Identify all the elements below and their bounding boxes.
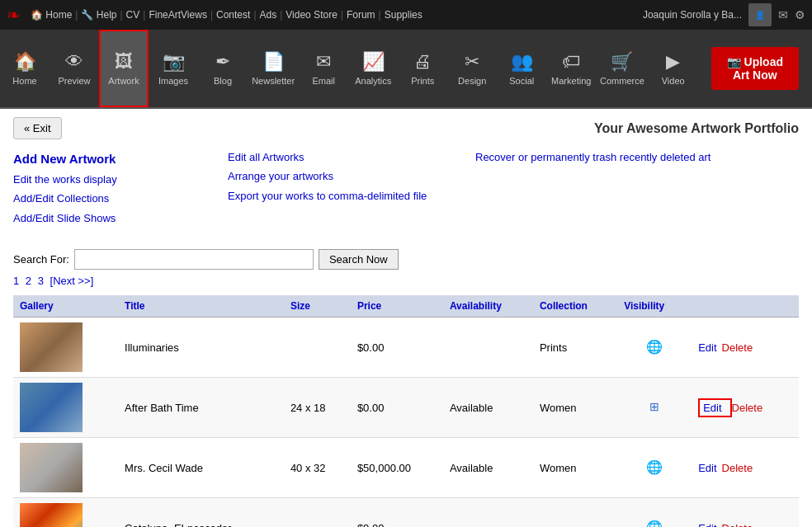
size-sort-link[interactable]: Size bbox=[290, 300, 310, 312]
nav-item-images[interactable]: 📷 Images bbox=[149, 30, 198, 107]
right-actions: Recover or permanently trash recently de… bbox=[475, 148, 799, 228]
gallery-sort-link[interactable]: Gallery bbox=[20, 300, 54, 312]
delete-artwork-link[interactable]: Delete bbox=[722, 341, 753, 354]
nav-help[interactable]: 🔧 Help bbox=[81, 9, 116, 21]
nav-item-email[interactable]: ✉ Email bbox=[299, 30, 348, 107]
mail-icon[interactable]: ✉ bbox=[778, 8, 788, 21]
upload-art-button[interactable]: 📷 Upload Art Now bbox=[711, 47, 799, 90]
arrange-artworks-link[interactable]: Arrange your artworks bbox=[228, 167, 459, 186]
page-1-link[interactable]: 1 bbox=[13, 275, 19, 287]
nav-item-prints[interactable]: 🖨 Prints bbox=[398, 30, 447, 107]
artwork-thumbnail bbox=[20, 322, 83, 372]
nav-item-video[interactable]: ▶ Video bbox=[649, 30, 698, 107]
col-gallery: Gallery bbox=[13, 295, 118, 318]
search-button[interactable]: Search Now bbox=[319, 249, 399, 270]
edit-all-artworks-link[interactable]: Edit all Artworks bbox=[228, 148, 459, 167]
artwork-size-cell: 40 x 32 bbox=[284, 438, 351, 498]
nav-label-newsletter: Newsletter bbox=[252, 76, 295, 86]
artwork-collection-cell: Women bbox=[533, 438, 617, 498]
col-collection: Collection bbox=[533, 295, 617, 318]
artwork-availability-cell bbox=[443, 498, 533, 527]
main-content: « Exit Your Awesome Artwork Portfolio Ad… bbox=[0, 109, 812, 527]
edit-artwork-link[interactable]: Edit bbox=[698, 522, 716, 527]
artwork-thumbnail-cell bbox=[13, 378, 118, 438]
globe-icon[interactable]: 🌐 bbox=[624, 459, 685, 475]
artwork-title-cell: Cataluna.-El-pescador bbox=[118, 498, 284, 527]
add-edit-slideshows-link[interactable]: Add/Edit Slide Shows bbox=[13, 209, 211, 228]
nav-ads[interactable]: Ads bbox=[260, 9, 277, 21]
nav-item-preview[interactable]: 👁 Preview bbox=[50, 30, 99, 107]
nav-item-blog[interactable]: ✒ Blog bbox=[198, 30, 248, 107]
commerce-icon: 🛒 bbox=[611, 51, 633, 73]
artwork-size-cell: 24 x 18 bbox=[284, 378, 351, 438]
collection-sort-link[interactable]: Collection bbox=[540, 300, 588, 312]
export-artworks-link[interactable]: Export your works to comma-delimited fil… bbox=[228, 186, 459, 205]
nav-home[interactable]: 🏠 Home bbox=[31, 9, 72, 21]
page-3-link[interactable]: 3 bbox=[38, 275, 44, 287]
artwork-thumbnail-cell bbox=[13, 498, 118, 527]
artwork-size-cell bbox=[284, 318, 351, 378]
nav-item-marketing[interactable]: 🏷 Marketing bbox=[546, 30, 596, 107]
nav-label-analytics: Analytics bbox=[355, 76, 391, 86]
artwork-table: Gallery Title Size Price Availability Co… bbox=[13, 295, 799, 527]
artwork-thumbnail-cell bbox=[13, 438, 118, 498]
blog-icon: ✒ bbox=[215, 51, 230, 73]
edit-works-display-link[interactable]: Edit the works display bbox=[13, 170, 211, 189]
nav-item-analytics[interactable]: 📈 Analytics bbox=[348, 30, 398, 107]
artwork-price-cell: $0.00 bbox=[351, 318, 443, 378]
delete-artwork-link[interactable]: Delete bbox=[722, 462, 753, 474]
add-new-artwork-link[interactable]: Add New Artwork bbox=[13, 148, 211, 170]
nav-forum[interactable]: Forum bbox=[347, 9, 375, 21]
nav-label-email: Email bbox=[312, 76, 335, 86]
delete-artwork-link[interactable]: Delete bbox=[722, 522, 753, 527]
artwork-thumbnail bbox=[20, 383, 83, 432]
artwork-collection-cell bbox=[533, 498, 617, 527]
title-sort-link[interactable]: Title bbox=[125, 300, 144, 312]
edit-artwork-link[interactable]: Edit bbox=[703, 402, 721, 414]
visibility-sort-link[interactable]: Visibility bbox=[624, 300, 664, 312]
artwork-availability-cell bbox=[443, 318, 533, 378]
nav-label-marketing: Marketing bbox=[551, 76, 591, 86]
page-2-link[interactable]: 2 bbox=[26, 275, 31, 287]
analytics-icon: 📈 bbox=[362, 51, 385, 73]
content-header: « Exit Your Awesome Artwork Portfolio bbox=[13, 117, 799, 139]
artwork-price-cell: $50,000.00 bbox=[351, 438, 443, 498]
exit-button[interactable]: « Exit bbox=[13, 117, 62, 139]
nav-label-commerce: Commerce bbox=[600, 76, 644, 86]
nav-contest[interactable]: Contest bbox=[216, 9, 250, 21]
globe-icon[interactable]: 🌐 bbox=[624, 520, 685, 527]
email-icon: ✉ bbox=[316, 51, 331, 73]
nav-label-images: Images bbox=[158, 76, 188, 86]
artwork-thumbnail-cell bbox=[13, 318, 118, 378]
price-sort-link[interactable]: Price bbox=[357, 300, 381, 312]
nav-item-commerce[interactable]: 🛒 Commerce bbox=[596, 30, 648, 107]
nav-label-video: Video bbox=[662, 76, 685, 86]
nav-item-home[interactable]: 🏠 Home bbox=[0, 30, 50, 107]
artwork-thumbnail bbox=[20, 443, 83, 492]
grid-icon[interactable]: ⊞ bbox=[624, 400, 685, 413]
nav-item-social[interactable]: 👥 Social bbox=[497, 30, 546, 107]
artwork-visibility-cell: 🌐 bbox=[617, 498, 692, 527]
edit-artwork-link[interactable]: Edit bbox=[698, 341, 716, 354]
nav-supplies[interactable]: Supplies bbox=[385, 9, 423, 21]
nav-fineartviews[interactable]: FineArtViews bbox=[149, 9, 206, 21]
artwork-title-cell: Illuminaries bbox=[118, 318, 284, 378]
settings-icon[interactable]: ⚙ bbox=[795, 8, 805, 21]
nav-item-newsletter[interactable]: 📄 Newsletter bbox=[248, 30, 299, 107]
avatar[interactable]: 👤 bbox=[748, 3, 772, 26]
search-input[interactable] bbox=[74, 249, 314, 270]
availability-sort-link[interactable]: Availability bbox=[450, 300, 502, 312]
next-page-link[interactable]: [Next >>] bbox=[50, 275, 94, 287]
recover-art-link[interactable]: Recover or permanently trash recently de… bbox=[475, 148, 799, 167]
edit-artwork-link[interactable]: Edit bbox=[698, 462, 716, 474]
middle-actions: Edit all Artworks Arrange your artworks … bbox=[228, 148, 459, 228]
delete-artwork-link[interactable]: Delete bbox=[732, 402, 763, 414]
add-edit-collections-link[interactable]: Add/Edit Collections bbox=[13, 189, 211, 208]
nav-video-store[interactable]: Video Store bbox=[286, 9, 338, 21]
nav-item-design[interactable]: ✂ Design bbox=[447, 30, 497, 107]
col-size: Size bbox=[284, 295, 351, 318]
col-title: Title bbox=[118, 295, 284, 318]
globe-icon[interactable]: 🌐 bbox=[624, 339, 685, 355]
nav-cv[interactable]: CV bbox=[126, 9, 140, 21]
nav-item-artwork[interactable]: 🖼 Artwork bbox=[99, 30, 149, 107]
